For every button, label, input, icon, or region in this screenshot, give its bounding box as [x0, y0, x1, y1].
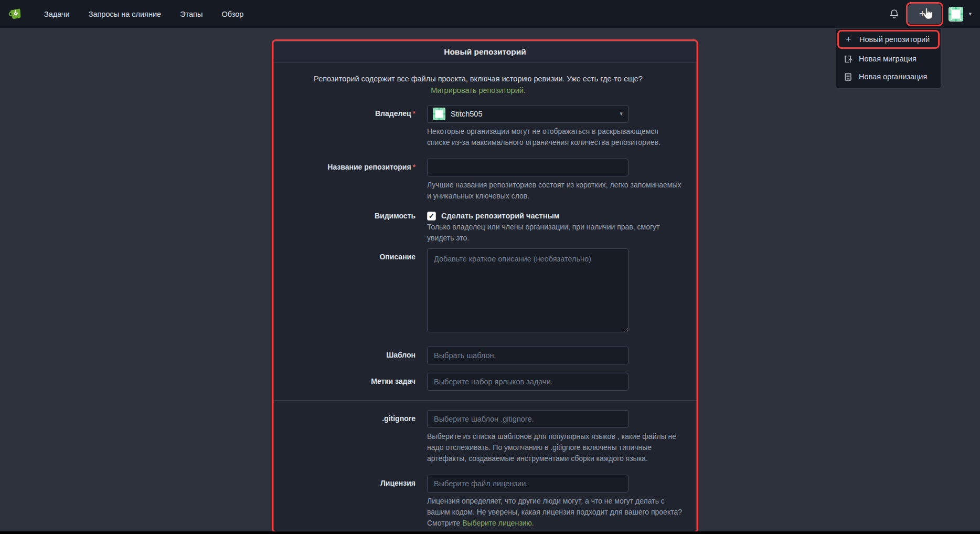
gitignore-help: Выберите из списка шаблонов для популярн…: [427, 431, 683, 464]
page-title: Новый репозиторий: [444, 47, 526, 57]
navbar: Задачи Запросы на слияние Этапы Обзор + …: [0, 0, 980, 28]
private-checkbox[interactable]: ✓: [427, 212, 436, 221]
owner-row: Владелец*: [274, 105, 683, 148]
menu-item-label: Новый репозиторий: [859, 35, 930, 44]
annotation-box-menu-item: + Новый репозиторий: [837, 30, 940, 49]
organization-icon: [843, 72, 853, 81]
owner-avatar: [433, 108, 445, 120]
license-input[interactable]: [427, 475, 629, 493]
description-label: Описание: [274, 248, 427, 334]
check-icon: ✓: [429, 213, 434, 219]
nav-link-issues[interactable]: Задачи: [44, 10, 70, 18]
bottom-strip: [0, 531, 980, 534]
description-row: Описание: [274, 248, 683, 334]
avatar-caret-icon[interactable]: ▾: [968, 11, 972, 17]
migrate-icon: [843, 55, 853, 64]
main-nav: Задачи Запросы на слияние Этапы Обзор: [44, 10, 243, 18]
visibility-label: Видимость: [274, 211, 427, 244]
intro-text: Репозиторий содержит все файлы проекта, …: [314, 75, 643, 83]
create-menu: + Новый репозиторий Новая миграция: [836, 29, 941, 89]
template-row: Шаблон: [274, 347, 683, 364]
user-avatar[interactable]: [949, 7, 963, 22]
repo-name-row: Название репозитория* Лучшие названия ре…: [274, 159, 683, 202]
form-intro: Репозиторий содержит все файлы проекта, …: [297, 73, 659, 97]
gitea-logo-icon[interactable]: [7, 6, 24, 23]
bell-icon: [889, 9, 899, 19]
license-help: Лицензия определяет, что другие люди мог…: [427, 496, 683, 529]
gitignore-row: .gitignore Выберите из списка шаблонов д…: [274, 410, 683, 464]
issue-labels-row: Метки задач: [274, 373, 683, 391]
new-repo-form: Новый репозиторий Репозиторий содержит в…: [273, 41, 697, 531]
migrate-repository-link[interactable]: Мигрировать репозиторий.: [431, 86, 526, 95]
license-label: Лицензия: [274, 475, 427, 529]
menu-item-new-repository[interactable]: + Новый репозиторий: [839, 32, 938, 47]
form-body: Репозиторий содержит все файлы проекта, …: [274, 62, 696, 531]
plus-icon: +: [844, 35, 853, 44]
owner-value: Stitch505: [451, 110, 482, 118]
repo-name-label: Название репозитория*: [274, 159, 427, 202]
issue-labels-input[interactable]: [427, 373, 629, 391]
annotation-box-plus: + ▾: [906, 2, 943, 26]
owner-label: Владелец*: [274, 105, 427, 148]
required-asterisk: *: [413, 163, 416, 171]
visibility-row: Видимость ✓ Сделать репозиторий частным …: [274, 211, 683, 244]
private-checkbox-label[interactable]: Сделать репозиторий частным: [441, 212, 560, 220]
description-textarea[interactable]: [427, 248, 629, 332]
menu-item-label: Новая миграция: [859, 55, 917, 63]
repo-name-help: Лучшие названия репозиториев состоят из …: [427, 180, 683, 202]
chevron-down-icon: ▾: [620, 110, 623, 117]
form-divider: [274, 400, 696, 401]
nav-link-milestones[interactable]: Этапы: [180, 10, 203, 18]
navbar-right: + ▾: [887, 2, 972, 26]
issue-labels-label: Метки задач: [274, 373, 427, 391]
notifications-button[interactable]: [887, 7, 901, 21]
nav-link-explore[interactable]: Обзор: [221, 10, 243, 18]
menu-item-new-migration[interactable]: Новая миграция: [836, 50, 941, 68]
choose-license-link[interactable]: Выберите лицензию.: [462, 519, 534, 527]
nav-link-pull-requests[interactable]: Запросы на слияние: [89, 10, 161, 18]
form-header: Новый репозиторий: [274, 41, 696, 62]
gitignore-label: .gitignore: [274, 410, 427, 464]
visibility-help: Только владелец или члены организации, п…: [427, 222, 683, 244]
required-asterisk: *: [413, 109, 416, 118]
gitignore-input[interactable]: [427, 410, 629, 428]
template-label: Шаблон: [274, 347, 427, 364]
repo-name-input[interactable]: [427, 159, 629, 176]
menu-item-label: Новая организация: [859, 72, 927, 81]
template-input[interactable]: [427, 347, 629, 364]
owner-help: Некоторые организации могут не отображат…: [427, 126, 683, 148]
create-new-button[interactable]: + ▾: [908, 4, 941, 24]
license-row: Лицензия Лицензия определяет, что другие…: [274, 475, 683, 529]
owner-select[interactable]: Stitch505 ▾: [427, 105, 629, 123]
menu-item-new-organization[interactable]: Новая организация: [836, 68, 941, 86]
owner-label-text: Владелец: [375, 109, 411, 118]
repo-name-label-text: Название репозитория: [327, 163, 411, 171]
plus-icon: +: [919, 8, 925, 19]
